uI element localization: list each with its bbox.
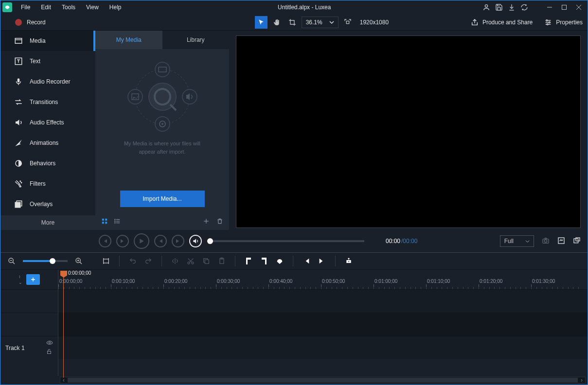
window-title: Untitled.alpx - Luxea	[126, 4, 482, 11]
snapshot-button[interactable]	[542, 237, 550, 246]
svg-point-54	[76, 258, 80, 262]
sidebar-item-media[interactable]: Media	[0, 31, 95, 51]
sidebar-item-filters[interactable]: Filters	[0, 174, 95, 194]
scroll-thumb[interactable]	[68, 378, 578, 383]
split-button[interactable]	[171, 257, 179, 265]
delete-media-button[interactable]	[216, 218, 223, 226]
hand-tool-button[interactable]	[270, 16, 283, 29]
list-view-button[interactable]	[114, 218, 121, 226]
zoom-dropdown[interactable]: 36.1%	[302, 17, 339, 28]
go-to-end-button[interactable]	[318, 257, 326, 265]
zoom-in-button[interactable]	[74, 257, 83, 265]
svg-point-23	[155, 89, 170, 105]
sidebar-item-text[interactable]: Text	[0, 51, 95, 71]
track-visibility-button[interactable]	[46, 340, 53, 347]
view-mode-dropdown[interactable]: Full	[500, 235, 534, 247]
svg-rect-12	[15, 38, 22, 44]
play-button[interactable]	[134, 233, 149, 249]
tab-library[interactable]: Library	[162, 31, 230, 49]
sidebar-item-behaviors[interactable]: Behaviors	[0, 153, 95, 174]
prev-frame-button[interactable]	[99, 235, 111, 247]
sidebar-item-animations[interactable]: Animations	[0, 133, 95, 153]
go-start-button[interactable]	[154, 235, 167, 247]
playhead-time-label: 0:00:00;00	[68, 270, 91, 276]
svg-rect-49	[574, 239, 578, 243]
track-height-controls[interactable]: ↕⌄	[18, 274, 22, 285]
properties-button[interactable]: Properties	[544, 18, 583, 26]
next-frame-button[interactable]	[116, 235, 129, 247]
svg-point-43	[115, 222, 115, 223]
scroll-right-button[interactable]: ›	[578, 377, 585, 383]
add-track-button[interactable]	[26, 274, 40, 285]
cloud-sync-icon[interactable]	[520, 3, 528, 11]
menu-help[interactable]: Help	[105, 2, 126, 13]
sidebar-item-label: Overlays	[30, 201, 53, 208]
record-button[interactable]: Record	[27, 19, 46, 26]
save-icon[interactable]	[495, 3, 503, 11]
mark-in-button[interactable]	[244, 257, 253, 265]
tab-my-media[interactable]: My Media	[95, 31, 162, 49]
mark-out-button[interactable]	[260, 257, 268, 265]
playback-seek-slider[interactable]	[209, 240, 364, 242]
track-row[interactable]	[58, 336, 588, 359]
window-close-button[interactable]	[572, 2, 586, 12]
fit-timeline-button[interactable]	[102, 257, 110, 265]
sidebar-item-audio-recorder[interactable]: Audio Recorder	[0, 71, 95, 92]
fullscreen-button[interactable]	[557, 237, 565, 246]
ruler-tick: 0:00:40;00	[268, 279, 321, 289]
sidebar-item-transitions[interactable]: Transitions	[0, 92, 95, 112]
sidebar-item-overlays[interactable]: Overlays	[0, 194, 95, 214]
redo-button[interactable]	[144, 257, 153, 265]
window-maximize-button[interactable]	[557, 2, 571, 12]
copy-button[interactable]	[202, 257, 211, 265]
track-row[interactable]	[58, 289, 588, 313]
account-icon[interactable]	[482, 3, 490, 11]
menu-tools[interactable]: Tools	[57, 2, 80, 13]
preview-viewport[interactable]	[236, 35, 581, 228]
undo-button[interactable]	[128, 257, 137, 265]
go-to-start-button[interactable]	[302, 257, 311, 265]
add-media-button[interactable]	[203, 218, 210, 226]
track-lock-button[interactable]	[46, 349, 53, 356]
svg-point-33	[182, 89, 197, 104]
timeline-ruler[interactable]: 0:00:00;00 0:00:00;000:00:10;000:00:20;0…	[58, 270, 588, 289]
produce-share-button[interactable]: Produce and Share	[471, 18, 533, 26]
menu-file[interactable]: File	[16, 2, 35, 13]
grid-view-button[interactable]	[101, 218, 108, 226]
pointer-tool-button[interactable]	[255, 16, 267, 29]
playback-controls: 00:00/00:00 Full	[0, 230, 588, 252]
cut-button[interactable]	[186, 257, 195, 265]
fit-screen-button[interactable]	[341, 16, 354, 29]
detach-preview-button[interactable]	[573, 237, 581, 246]
paste-button[interactable]	[217, 257, 226, 265]
svg-rect-37	[105, 222, 107, 224]
crop-tool-button[interactable]	[286, 16, 299, 29]
timeline-scrollbar[interactable]: ‹ ›	[0, 376, 588, 385]
sidebar-item-audio-effects[interactable]: Audio Effects	[0, 112, 95, 133]
playhead[interactable]	[60, 271, 67, 278]
scroll-left-button[interactable]: ‹	[60, 377, 67, 383]
svg-point-25	[155, 62, 170, 77]
window-minimize-button[interactable]	[543, 2, 556, 12]
timeline-zoom-slider[interactable]	[23, 260, 68, 262]
marker-button[interactable]	[275, 257, 284, 265]
menu-bar: File Edit Tools View Help Untitled.alpx …	[0, 0, 588, 14]
zoom-out-button[interactable]	[7, 257, 16, 265]
volume-button[interactable]	[189, 235, 202, 247]
svg-point-22	[149, 83, 176, 110]
menu-view[interactable]: View	[81, 2, 104, 13]
go-end-button[interactable]	[172, 235, 184, 247]
download-icon[interactable]	[508, 3, 516, 11]
menu-edit[interactable]: Edit	[36, 2, 56, 13]
transitions-icon	[14, 98, 23, 106]
record-indicator-icon	[15, 19, 22, 26]
snap-button[interactable]	[344, 257, 353, 265]
svg-point-42	[115, 221, 115, 221]
svg-point-27	[155, 117, 170, 131]
import-media-button[interactable]: Import Media...	[120, 191, 205, 207]
track-row[interactable]	[58, 313, 588, 336]
behaviors-icon	[14, 159, 23, 168]
svg-point-28	[160, 121, 165, 127]
sidebar-more-button[interactable]: More	[0, 215, 95, 230]
app-logo	[2, 2, 12, 12]
